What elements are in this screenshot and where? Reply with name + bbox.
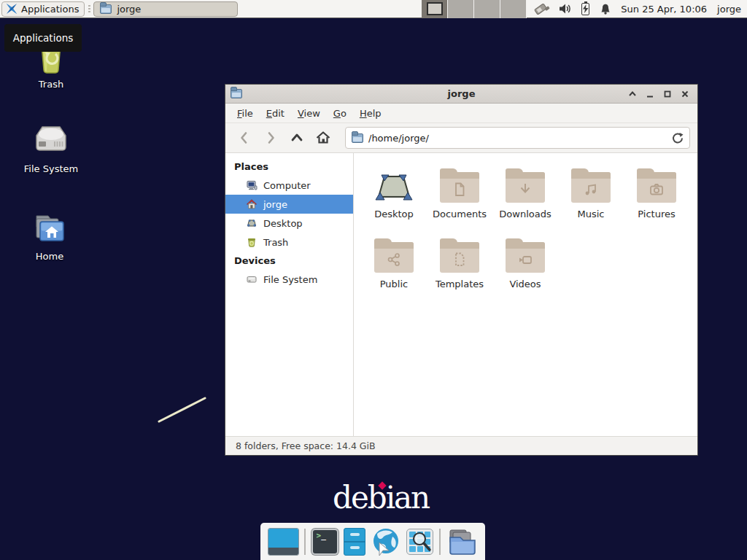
home-button[interactable]	[310, 127, 336, 149]
camera-glyph	[648, 181, 665, 198]
desktop-line-artifact	[153, 392, 214, 427]
dock-separator	[304, 529, 306, 555]
sidebar-item-computer[interactable]: Computer	[225, 176, 353, 195]
share-glyph	[385, 251, 403, 268]
dock: >_	[260, 523, 485, 560]
music-glyph	[582, 181, 600, 198]
location-bar[interactable]: /home/jorge/	[345, 127, 690, 149]
file-item-documents[interactable]: Documents	[427, 163, 492, 233]
sidebar-item-label: jorge	[263, 199, 287, 210]
maximize-button[interactable]	[662, 89, 673, 99]
back-button[interactable]	[231, 127, 258, 149]
tooltip-text: Applications	[13, 32, 73, 44]
folder-icon	[100, 4, 112, 14]
close-button[interactable]	[680, 89, 690, 99]
menu-view[interactable]: View	[292, 106, 326, 121]
drive-small-icon	[246, 273, 258, 285]
top-panel: Applications jorge Sun 25 Apr, 10:06 jor…	[0, 0, 747, 18]
file-item-videos[interactable]: Videos	[492, 233, 558, 303]
menu-go[interactable]: Go	[328, 106, 352, 121]
workspace-window-preview	[427, 2, 443, 15]
window-title: jorge	[225, 88, 697, 99]
sidebar-item-jorge[interactable]: jorge	[225, 195, 353, 214]
file-label: Music	[578, 209, 605, 219]
desktop-icon-label: Trash	[39, 79, 63, 90]
system-tray	[534, 1, 612, 16]
input-device-tray-icon[interactable]	[534, 1, 549, 16]
menubar: File Edit View Go Help	[225, 104, 697, 123]
file-label: Documents	[433, 209, 487, 219]
user-home-icon	[246, 198, 258, 210]
file-grid: Desktop Documents Downloads	[354, 153, 697, 436]
app-finder-launcher[interactable]	[406, 529, 433, 555]
notification-bell-icon[interactable]	[599, 3, 612, 15]
applications-menu-button[interactable]: Applications	[1, 1, 85, 17]
sidebar-item-label: Trash	[263, 237, 288, 248]
sidebar-item-file-system[interactable]: File System	[225, 270, 353, 289]
dock-separator	[439, 529, 441, 555]
taskbar-window-button[interactable]: jorge	[93, 1, 238, 17]
panel-clock[interactable]: Sun 25 Apr, 10:06	[621, 4, 707, 15]
template-glyph	[451, 251, 468, 268]
file-label: Desktop	[374, 209, 414, 219]
workspace-4[interactable]	[500, 0, 527, 18]
sidebar-item-label: File System	[263, 274, 317, 285]
folder-launcher[interactable]	[446, 527, 478, 556]
home-folder-icon	[31, 210, 69, 246]
up-button[interactable]	[284, 127, 310, 149]
show-desktop-button[interactable]	[268, 528, 299, 556]
desktop-icon	[246, 217, 258, 229]
statusbar: 8 folders, Free space: 14.4 GiB	[225, 436, 697, 455]
window-titlebar[interactable]: jorge	[225, 85, 697, 104]
reload-button[interactable]	[670, 131, 685, 145]
magnifier-icon	[407, 529, 433, 555]
file-label: Public	[380, 279, 408, 289]
path-folder-icon	[352, 133, 363, 143]
volume-icon[interactable]	[558, 2, 572, 15]
file-item-downloads[interactable]: Downloads	[492, 163, 558, 233]
web-browser-launcher[interactable]	[371, 526, 401, 557]
file-item-music[interactable]: Music	[558, 163, 624, 233]
menu-edit[interactable]: Edit	[260, 106, 290, 121]
file-manager-launcher[interactable]	[344, 528, 365, 556]
desktop-icon-file-system[interactable]: File System	[13, 122, 89, 174]
sidebar-item-label: Desktop	[263, 218, 303, 229]
workspace-switcher	[422, 0, 527, 18]
shade-button[interactable]	[627, 89, 638, 99]
panel-separator-handle[interactable]	[86, 3, 92, 15]
sidebar-item-label: Computer	[263, 180, 311, 191]
computer-icon	[246, 179, 258, 191]
file-item-pictures[interactable]: Pictures	[624, 163, 689, 233]
workspace-3[interactable]	[474, 0, 500, 18]
file-label: Videos	[509, 279, 541, 289]
workspace-2[interactable]	[448, 0, 474, 18]
file-item-public[interactable]: Public	[361, 233, 427, 303]
desktop-special-icon	[373, 169, 415, 203]
hard-drive-icon	[32, 122, 70, 159]
file-label: Pictures	[638, 209, 675, 219]
toolbar: /home/jorge/	[225, 123, 697, 153]
document-glyph	[451, 181, 468, 198]
applications-menu-label: Applications	[21, 4, 79, 15]
path-text[interactable]: /home/jorge/	[368, 133, 670, 144]
sidebar-item-desktop[interactable]: Desktop	[225, 214, 353, 233]
terminal-launcher[interactable]: >_	[311, 529, 338, 555]
taskbar-window-label: jorge	[117, 4, 141, 15]
battery-icon[interactable]	[581, 3, 589, 15]
applications-tooltip: Applications	[4, 24, 82, 52]
desktop-icon-home[interactable]: Home	[12, 210, 88, 262]
forward-button[interactable]	[258, 127, 284, 149]
panel-username: jorge	[717, 4, 741, 15]
workspace-1[interactable]	[422, 0, 448, 18]
file-label: Downloads	[499, 209, 551, 219]
places-heading: Places	[225, 158, 353, 176]
minimize-button[interactable]	[645, 89, 655, 99]
sidebar-item-trash[interactable]: Trash	[225, 233, 353, 252]
menu-file[interactable]: File	[231, 106, 259, 121]
statusbar-text: 8 folders, Free space: 14.4 GiB	[236, 440, 376, 451]
file-item-desktop[interactable]: Desktop	[361, 163, 427, 233]
file-item-templates[interactable]: Templates	[427, 233, 492, 303]
file-cabinet-icon	[344, 541, 365, 542]
file-manager-window: jorge File Edit View Go Help	[225, 84, 698, 456]
menu-help[interactable]: Help	[354, 106, 387, 121]
